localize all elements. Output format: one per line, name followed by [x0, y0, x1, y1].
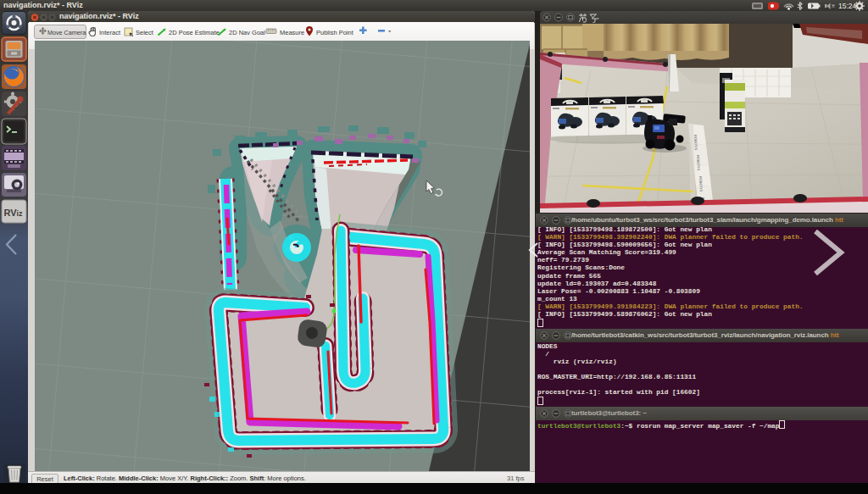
- svg-text:Publish Point: Publish Point: [316, 29, 354, 36]
- svg-text:ROBOTIS: ROBOTIS: [693, 135, 698, 151]
- svg-text:Select: Select: [136, 29, 154, 36]
- svg-text:2D Pose Estimate: 2D Pose Estimate: [169, 29, 220, 36]
- svg-text:2D Nav Goal: 2D Nav Goal: [229, 29, 265, 36]
- svg-text:Interact: Interact: [99, 29, 121, 36]
- svg-text:Move Camera: Move Camera: [47, 29, 86, 36]
- svg-text:ROBOTIS: ROBOTIS: [696, 155, 701, 171]
- svg-text:ROBOTIS: ROBOTIS: [698, 176, 704, 192]
- svg-text:Measure: Measure: [280, 29, 304, 36]
- svg-text:15:24: 15:24: [838, 2, 857, 10]
- svg-text:RViz: RViz: [4, 208, 24, 218]
